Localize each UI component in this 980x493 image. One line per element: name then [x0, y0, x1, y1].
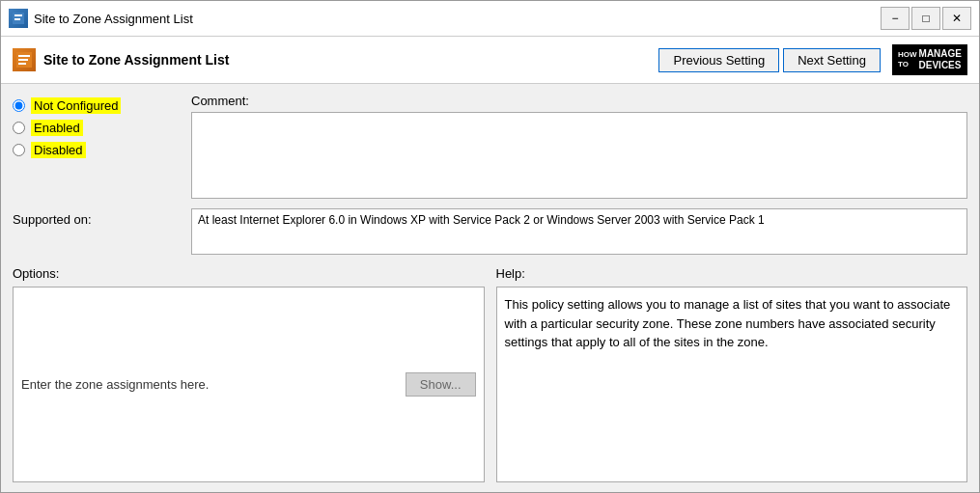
svg-rect-5: [18, 59, 28, 61]
enabled-radio-label[interactable]: Enabled: [13, 120, 191, 136]
options-box: Enter the zone assignments here. Show...: [13, 287, 485, 482]
enabled-radio[interactable]: [13, 122, 25, 134]
header-bar: Site to Zone Assignment List Previous Se…: [1, 37, 979, 84]
supported-text: At least Internet Explorer 6.0 in Window…: [198, 213, 765, 227]
options-section: Options: Enter the zone assignments here…: [13, 266, 485, 482]
window-icon: [9, 9, 28, 28]
supported-box: At least Internet Explorer 6.0 in Window…: [191, 208, 967, 255]
brand-logo: HOWTO MANAGEDEVICES: [892, 44, 967, 75]
svg-rect-4: [18, 55, 30, 57]
options-placeholder-text: Enter the zone assignments here.: [21, 377, 209, 392]
brand-main-text: MANAGEDEVICES: [919, 48, 962, 71]
brand-how-text: HOWTO: [898, 50, 917, 68]
options-help-row: Options: Enter the zone assignments here…: [13, 266, 967, 482]
radio-comment-row: Not Configured Enabled Disabled Comment:: [13, 94, 967, 199]
help-box: This policy setting allows you to manage…: [496, 287, 968, 482]
minimize-button[interactable]: −: [881, 7, 910, 30]
previous-setting-button[interactable]: Previous Setting: [658, 48, 779, 72]
supported-label: Supported on:: [13, 208, 191, 227]
help-text: This policy setting allows you to manage…: [505, 297, 951, 349]
main-window: Site to Zone Assignment List − □ ✕ Site …: [0, 0, 980, 493]
not-configured-text: Not Configured: [31, 97, 121, 114]
comment-section: Comment:: [191, 94, 967, 199]
window-controls: − □ ✕: [881, 7, 971, 30]
disabled-radio[interactable]: [13, 144, 25, 156]
comment-label: Comment:: [191, 94, 967, 108]
help-title: Help:: [496, 266, 968, 281]
main-content: Not Configured Enabled Disabled Comment:…: [1, 84, 979, 492]
svg-rect-1: [14, 14, 22, 16]
enabled-text: Enabled: [31, 120, 83, 136]
disabled-radio-label[interactable]: Disabled: [13, 142, 191, 158]
next-setting-button[interactable]: Next Setting: [783, 48, 881, 72]
maximize-button[interactable]: □: [911, 7, 940, 30]
header-buttons: Previous Setting Next Setting HOWTO MANA…: [658, 44, 967, 75]
title-bar: Site to Zone Assignment List − □ ✕: [1, 1, 979, 37]
comment-textarea[interactable]: [191, 112, 967, 199]
svg-rect-6: [18, 63, 26, 65]
window-title: Site to Zone Assignment List: [34, 12, 881, 26]
header-icon: [13, 48, 36, 71]
options-title: Options:: [13, 266, 485, 281]
show-button[interactable]: Show...: [406, 372, 476, 397]
close-button[interactable]: ✕: [942, 7, 971, 30]
help-section: Help: This policy setting allows you to …: [496, 266, 968, 482]
svg-rect-2: [14, 18, 20, 20]
disabled-text: Disabled: [31, 142, 86, 158]
header-title: Site to Zone Assignment List: [43, 52, 658, 68]
supported-row: Supported on: At least Internet Explorer…: [13, 208, 967, 255]
radio-section: Not Configured Enabled Disabled: [13, 94, 191, 199]
not-configured-radio-label[interactable]: Not Configured: [13, 97, 191, 114]
not-configured-radio[interactable]: [13, 99, 25, 112]
